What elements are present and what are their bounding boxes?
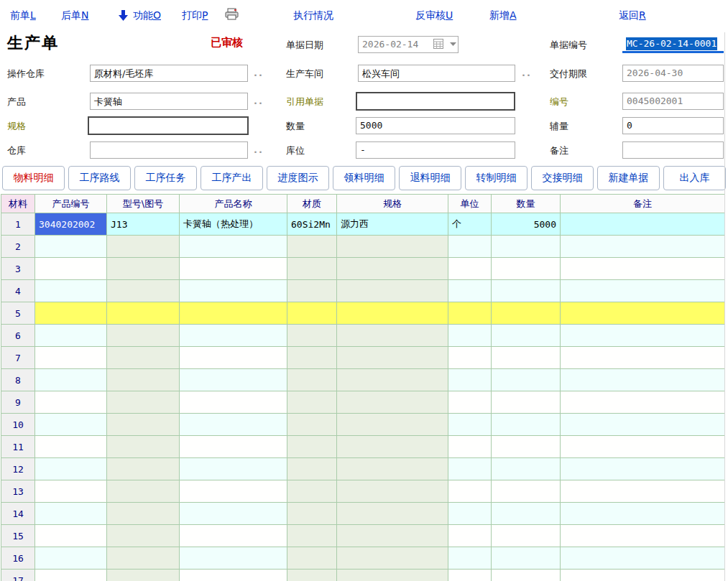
tab-7[interactable]: 转制明细 xyxy=(465,166,527,190)
cell-remark[interactable] xyxy=(561,302,725,325)
cell-spec[interactable] xyxy=(337,302,448,325)
execution-status-button[interactable]: 执行情况 xyxy=(293,9,333,22)
cell-qty[interactable] xyxy=(492,436,561,458)
cell-product-name[interactable] xyxy=(180,302,287,325)
tab-10[interactable]: 出入库 xyxy=(663,166,726,190)
product-input[interactable]: 卡簧轴 xyxy=(90,93,248,110)
cell-product-name[interactable] xyxy=(180,503,287,525)
cell-unit[interactable] xyxy=(448,414,492,436)
cell-material[interactable] xyxy=(287,414,337,436)
op-warehouse-input[interactable]: 原材料/毛坯库 xyxy=(90,65,248,82)
cell-unit[interactable] xyxy=(448,436,492,458)
cell-unit[interactable] xyxy=(448,325,492,347)
tab-4[interactable]: 进度图示 xyxy=(267,166,329,190)
cell-model-no[interactable] xyxy=(107,503,180,525)
cell-qty[interactable]: 5000 xyxy=(492,213,561,236)
cell-product-code[interactable] xyxy=(35,436,107,458)
cell-product-name[interactable] xyxy=(180,458,287,480)
cell-unit[interactable] xyxy=(448,503,492,525)
cell-model-no[interactable] xyxy=(107,570,180,581)
cell-rownum[interactable]: 3 xyxy=(1,258,35,280)
cell-qty[interactable] xyxy=(492,480,561,503)
tab-5[interactable]: 领料明细 xyxy=(333,166,395,190)
cell-unit[interactable] xyxy=(448,369,492,391)
calendar-icon[interactable] xyxy=(433,39,443,49)
cell-product-code[interactable] xyxy=(35,325,107,347)
cell-remark[interactable] xyxy=(561,547,725,570)
cell-spec[interactable] xyxy=(337,347,448,369)
cell-rownum[interactable]: 12 xyxy=(1,458,35,480)
cell-qty[interactable] xyxy=(492,280,561,302)
column-header-rownum[interactable]: 材料 xyxy=(1,195,35,213)
return-button[interactable]: 返回R xyxy=(619,9,646,22)
cell-unit[interactable] xyxy=(448,547,492,570)
auxqty-input[interactable]: 0 xyxy=(622,117,724,134)
column-header-remark[interactable]: 备注 xyxy=(561,195,725,213)
cell-model-no[interactable] xyxy=(107,236,180,258)
cell-remark[interactable] xyxy=(561,391,725,414)
cell-remark[interactable] xyxy=(561,369,725,391)
cell-spec[interactable] xyxy=(337,414,448,436)
refdoc-input[interactable] xyxy=(356,92,515,111)
cell-model-no[interactable] xyxy=(107,480,180,503)
cell-unit[interactable] xyxy=(448,458,492,480)
column-header-qty[interactable]: 数量 xyxy=(492,195,561,213)
cell-qty[interactable] xyxy=(492,458,561,480)
cell-remark[interactable] xyxy=(561,258,725,280)
product-browse-button[interactable]: .. xyxy=(254,96,264,106)
cell-product-name[interactable]: 卡簧轴（热处理） xyxy=(180,213,287,236)
cell-rownum[interactable]: 10 xyxy=(1,414,35,436)
cell-unit[interactable] xyxy=(448,236,492,258)
cell-spec[interactable] xyxy=(337,436,448,458)
cell-remark[interactable] xyxy=(561,414,725,436)
cell-material[interactable] xyxy=(287,570,337,581)
cell-model-no[interactable] xyxy=(107,347,180,369)
print-button[interactable]: 打印P xyxy=(182,9,208,22)
cell-rownum[interactable]: 8 xyxy=(1,369,35,391)
cell-material[interactable] xyxy=(287,503,337,525)
cell-model-no[interactable]: J13 xyxy=(107,213,180,236)
cell-spec[interactable] xyxy=(337,236,448,258)
cell-product-name[interactable] xyxy=(180,258,287,280)
cell-material[interactable] xyxy=(287,436,337,458)
cell-model-no[interactable] xyxy=(107,280,180,302)
cell-model-no[interactable] xyxy=(107,525,180,547)
cell-product-name[interactable] xyxy=(180,414,287,436)
cell-product-name[interactable] xyxy=(180,391,287,414)
cell-qty[interactable] xyxy=(492,258,561,280)
cell-product-code[interactable] xyxy=(35,458,107,480)
cell-spec[interactable] xyxy=(337,258,448,280)
cell-spec[interactable]: 源力西 xyxy=(337,213,448,236)
cell-model-no[interactable] xyxy=(107,258,180,280)
unaudit-button[interactable]: 反审核U xyxy=(415,9,453,22)
cell-product-code[interactable] xyxy=(35,280,107,302)
cell-spec[interactable] xyxy=(337,525,448,547)
cell-spec[interactable] xyxy=(337,458,448,480)
printer-icon[interactable] xyxy=(225,8,239,21)
column-header-model-no[interactable]: 型号\图号 xyxy=(107,195,180,213)
next-doc-button[interactable]: 后单N xyxy=(61,9,88,22)
tab-9[interactable]: 新建单据 xyxy=(597,166,660,190)
cell-material[interactable] xyxy=(287,325,337,347)
cell-remark[interactable] xyxy=(561,480,725,503)
cell-product-name[interactable] xyxy=(180,480,287,503)
cell-qty[interactable] xyxy=(492,503,561,525)
cell-material[interactable] xyxy=(287,236,337,258)
op-warehouse-browse-button[interactable]: .. xyxy=(254,68,264,78)
cell-rownum[interactable]: 6 xyxy=(1,325,35,347)
column-header-unit[interactable]: 单位 xyxy=(448,195,492,213)
cell-model-no[interactable] xyxy=(107,369,180,391)
cell-unit[interactable] xyxy=(448,391,492,414)
cell-qty[interactable] xyxy=(492,547,561,570)
cell-spec[interactable] xyxy=(337,280,448,302)
cell-spec[interactable] xyxy=(337,503,448,525)
cell-model-no[interactable] xyxy=(107,325,180,347)
cell-rownum[interactable]: 14 xyxy=(1,503,35,525)
cell-qty[interactable] xyxy=(492,369,561,391)
code-input[interactable]: 0045002001 xyxy=(622,93,724,110)
cell-material[interactable] xyxy=(287,369,337,391)
cell-product-name[interactable] xyxy=(180,547,287,570)
cell-rownum[interactable]: 16 xyxy=(1,547,35,570)
tab-3[interactable]: 工序产出 xyxy=(201,166,263,190)
cell-material[interactable] xyxy=(287,547,337,570)
